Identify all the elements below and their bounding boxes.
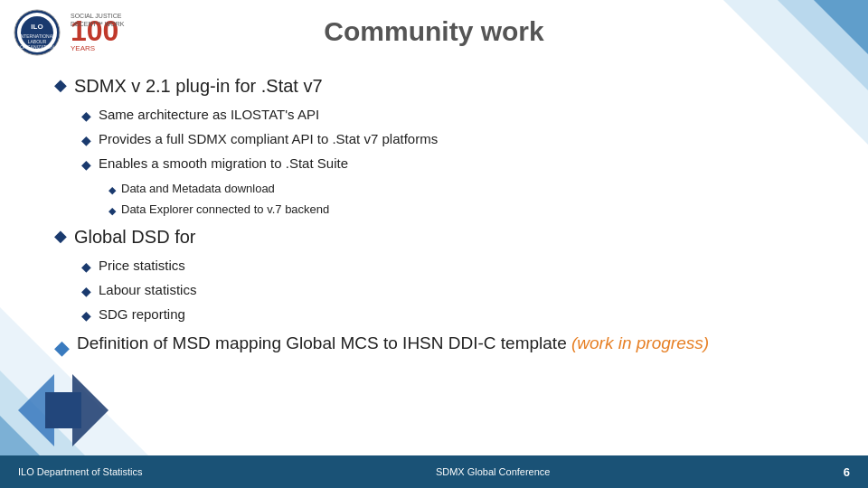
section1-sub1-text: Data and Metadata download [121,180,275,198]
diamond-icon-1: ◆ [54,73,67,98]
page-title: Community work [0,16,868,47]
section1-header: ◆ SDMX v 2.1 plug-in for .Stat v7 [54,72,714,99]
section2-item-3: ◆ SDG reporting [81,305,714,325]
section3-text: Definition of MSD mapping Global MCS to … [77,331,709,357]
section1-item3-text: Enables a smooth migration to .Stat Suit… [99,154,348,174]
section2-header: ◆ Global DSD for [54,223,714,250]
section1-item-3: ◆ Enables a smooth migration to .Stat Su… [81,154,714,174]
section2-item3-text: SDG reporting [99,305,185,325]
diamond-icon-1-2: ◆ [81,131,91,150]
section1-sub-1: ◆ Data and Metadata download [108,180,714,198]
section1-sub2-text: Data Explorer connected to v.7 backend [121,201,329,219]
section3-text-before: Definition of MSD mapping Global MCS to … [77,333,571,352]
footer-left: ILO Department of Statistics [18,466,143,477]
section2-item1-text: Price statistics [99,256,185,277]
section1-item-1: ◆ Same architecture as ILOSTAT's API [81,105,714,126]
slide: ILO INTERNATIONAL LABOUR ORGANIZATION 10… [0,0,868,488]
section3-text-italic: (work in progress) [571,333,709,352]
diamond-icon-2-3: ◆ [81,306,91,325]
section2-item-2: ◆ Labour statistics [81,280,714,301]
footer: ILO Department of Statistics SDMX Global… [0,455,868,488]
section1-item-2: ◆ Provides a full SDMX compliant API to … [81,129,714,150]
section2-title: Global DSD for [74,223,196,250]
section1-item1-text: Same architecture as ILOSTAT's API [99,105,319,126]
diamond-icon-1-3-1: ◆ [108,183,116,198]
diamond-icon-3: ◆ [54,333,70,362]
section1-sub-2: ◆ Data Explorer connected to v.7 backend [108,201,714,219]
section3: ◆ Definition of MSD mapping Global MCS t… [54,331,714,362]
section1-title: SDMX v 2.1 plug-in for .Stat v7 [74,72,323,99]
footer-page: 6 [844,465,850,479]
diamond-icon-1-3-2: ◆ [108,203,116,219]
diamond-icon-1-1: ◆ [81,107,91,126]
diamond-icon-2-2: ◆ [81,282,91,301]
footer-center: SDMX Global Conference [436,466,551,477]
diamond-icon-1-3: ◆ [81,155,91,174]
section1-item2-text: Provides a full SDMX compliant API to .S… [99,129,438,150]
section2-item-1: ◆ Price statistics [81,256,714,277]
main-content: ◆ SDMX v 2.1 plug-in for .Stat v7 ◆ Same… [54,72,714,447]
section2-item2-text: Labour statistics [99,280,196,301]
diamond-icon-2-1: ◆ [81,258,91,277]
diamond-icon-2: ◆ [54,224,67,249]
